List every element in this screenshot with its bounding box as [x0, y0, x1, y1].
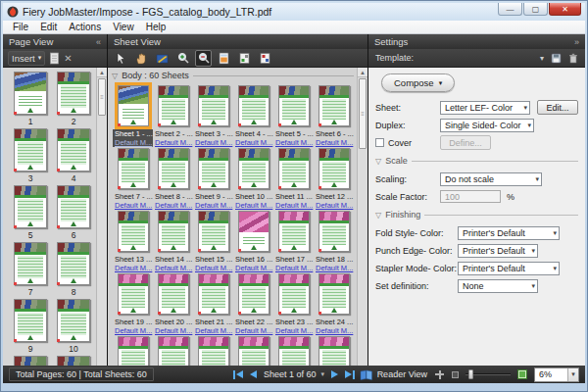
scrollbar-thumb[interactable]: ≡ — [98, 78, 106, 116]
sheet-view-scrollbar[interactable]: ▲ ≡ — [357, 68, 368, 366]
scroll-up-icon[interactable]: ▲ — [358, 68, 368, 77]
sheet-thumbnail-cell[interactable]: Sheet 24 ...Default M... — [314, 273, 354, 336]
sheet-thumbnail-cell[interactable]: Sheet 2 - ...Default M... — [153, 85, 193, 148]
media-mapping-link[interactable]: Default M... — [235, 326, 273, 335]
maximize-button[interactable]: ▢ — [523, 3, 548, 16]
page-thumbnail-cell[interactable]: 10 — [52, 299, 95, 356]
sheet-thumbnail-cell[interactable] — [113, 336, 153, 366]
page-thumbnail-cell[interactable]: 6 — [52, 185, 95, 242]
sheet-thumbnail-cell[interactable] — [273, 336, 314, 366]
media-mapping-link[interactable]: Default M... — [155, 138, 193, 147]
zoom-slider-thumb[interactable] — [468, 369, 473, 379]
sheet-thumbnail-cell[interactable]: Sheet 18 ...Default M... — [314, 211, 354, 273]
page-thumbnail-cell[interactable]: 8 — [52, 242, 95, 299]
finishing-section-header[interactable]: ▽ Finishing — [375, 207, 578, 222]
collapse-group-icon[interactable]: ▽ — [112, 72, 118, 80]
sheet-thumbnail-cell[interactable] — [193, 336, 233, 366]
zoom-in-tool-icon[interactable] — [174, 50, 191, 67]
sheet-thumbnail-cell[interactable]: Sheet 12 ...Default M... — [314, 148, 354, 211]
sheet-thumbnail-cell[interactable]: Sheet 4 - ...Default M... — [233, 85, 273, 148]
media-mapping-link[interactable]: Default M... — [155, 326, 193, 335]
sheet-thumbnail-cell[interactable]: Sheet 9 - ...Default M... — [193, 148, 233, 211]
media-mapping-link[interactable]: Default M... — [115, 326, 153, 335]
media-mapping-link[interactable]: Default M... — [316, 201, 354, 210]
fit-window-icon[interactable] — [517, 369, 527, 379]
media-mapping-link[interactable]: Default M... — [115, 138, 153, 147]
sheet-thumbnail-cell[interactable]: Sheet 8 - ...Default M... — [153, 148, 193, 211]
media-mapping-link[interactable]: Default M... — [316, 326, 354, 335]
punch-edge-select[interactable]: Printer's Default▾ — [458, 244, 538, 258]
sheet-thumbnail-cell[interactable]: Sheet 7 - ...Default M... — [113, 148, 153, 211]
page-thumbnail-cell[interactable]: 12 — [52, 356, 95, 366]
expand-panel-icon[interactable]: » — [574, 37, 579, 47]
media-mapping-link[interactable]: Default M... — [275, 326, 314, 335]
minimize-button[interactable]: — — [498, 3, 522, 16]
sheet-thumbnail-cell[interactable] — [153, 336, 193, 366]
sheet-select[interactable]: Letter LEF- Color▾ — [440, 101, 530, 115]
menu-item-view[interactable]: View — [107, 22, 140, 32]
stapler-mode-select[interactable]: Printer's Default▾ — [458, 262, 560, 275]
page-thumbnail-cell[interactable]: 1 — [9, 72, 52, 128]
page-thumbnail-cell[interactable]: 7 — [9, 242, 52, 299]
cover-checkbox[interactable] — [375, 138, 384, 147]
media-mapping-link[interactable]: Default M... — [235, 264, 273, 272]
media-mapping-link[interactable]: Default M... — [155, 201, 193, 210]
set-definition-select[interactable]: None▾ — [458, 279, 538, 293]
sheet-group-header[interactable]: ▽ Body : 60 Sheets — [112, 71, 354, 80]
scroll-up-icon[interactable]: ▲ — [97, 68, 107, 77]
duplicate-page-icon[interactable] — [49, 52, 60, 65]
edit-sheet-button[interactable]: Edit... — [537, 100, 578, 115]
page-thumbnail-cell[interactable]: 9 — [9, 299, 52, 356]
menu-item-edit[interactable]: Edit — [34, 22, 63, 32]
fit-page-icon[interactable] — [434, 369, 445, 380]
scale-section-header[interactable]: ▽ Scale — [375, 153, 578, 169]
media-mapping-link[interactable]: Default M... — [235, 201, 273, 210]
media-mapping-link[interactable]: Default M... — [235, 138, 273, 147]
close-button[interactable]: ✕ — [549, 3, 581, 16]
sheet-thumbnail-cell[interactable]: Sheet 19 ...Default M... — [113, 273, 153, 336]
page-content-icon[interactable] — [216, 50, 232, 67]
sheet-thumbnail-cell[interactable]: Sheet 23 ...Default M... — [273, 273, 314, 336]
sheet-thumbnail-cell[interactable]: Sheet 14 ...Default M... — [153, 211, 193, 273]
sheet-thumbnail-cell[interactable]: Sheet 11 ...Default M... — [273, 148, 314, 211]
page-thumbnail-cell[interactable]: 11 — [9, 356, 52, 366]
title-bar[interactable]: Fiery JobMaster/Impose - FGS_catalog_bod… — [3, 3, 585, 21]
sheet-thumbnail-cell[interactable]: Sheet 20 ...Default M... — [153, 273, 193, 336]
media-mapping-link[interactable]: Default M... — [115, 201, 153, 210]
sheet-thumbnail-cell[interactable]: Sheet 22 ...Default M... — [233, 273, 273, 336]
sheet-thumbnail-cell[interactable]: Sheet 5 - ...Default M... — [273, 85, 314, 148]
media-mapping-link[interactable]: Default M... — [195, 201, 233, 210]
scrollbar-thumb[interactable]: ≡ — [359, 78, 367, 149]
media-mapping-link[interactable]: Default M... — [195, 326, 233, 335]
delete-template-icon[interactable] — [568, 53, 578, 64]
last-sheet-button[interactable] — [345, 370, 355, 379]
sheet-thumbnail-cell[interactable]: Sheet 16 ...Default M... — [233, 211, 273, 273]
page-thumbnail-cell[interactable]: 4 — [52, 128, 95, 185]
pointer-tool-icon[interactable] — [113, 50, 129, 67]
fold-style-select[interactable]: Printer's Default▾ — [458, 226, 560, 240]
save-template-icon[interactable] — [551, 53, 562, 64]
first-sheet-button[interactable] — [233, 370, 243, 379]
page-thumbnail-cell[interactable]: 2 — [52, 72, 95, 128]
media-mapping-link[interactable]: Default M... — [316, 138, 354, 147]
media-mapping-link[interactable]: Default M... — [275, 264, 314, 272]
sheet-thumbnail-cell[interactable] — [314, 336, 354, 366]
back-view-toggle-icon[interactable] — [257, 50, 273, 67]
template-dropdown-icon[interactable]: ▾ — [540, 54, 544, 63]
measure-tool-icon[interactable] — [154, 50, 171, 67]
previous-sheet-button[interactable] — [250, 370, 257, 378]
media-mapping-link[interactable]: Default M... — [115, 264, 153, 272]
media-mapping-link[interactable]: Default M... — [155, 264, 193, 272]
menu-item-file[interactable]: File — [7, 22, 34, 32]
page-view-scrollbar[interactable]: ▲ ≡ — [96, 68, 107, 366]
sheet-thumbnail-cell[interactable]: Sheet 10 ...Default M... — [233, 148, 273, 211]
front-view-toggle-icon[interactable] — [236, 50, 253, 67]
sheet-thumbnail-cell[interactable] — [233, 336, 273, 366]
actual-size-icon[interactable] — [452, 371, 459, 378]
menu-item-actions[interactable]: Actions — [63, 22, 107, 32]
sheet-thumbnail-cell[interactable]: Sheet 3 - ...Default M... — [193, 85, 233, 148]
scaling-select[interactable]: Do not scale▾ — [440, 172, 542, 186]
media-mapping-link[interactable]: Default M... — [195, 264, 233, 272]
media-mapping-link[interactable]: Default M... — [275, 138, 314, 147]
media-mapping-link[interactable]: Default M... — [195, 138, 233, 147]
